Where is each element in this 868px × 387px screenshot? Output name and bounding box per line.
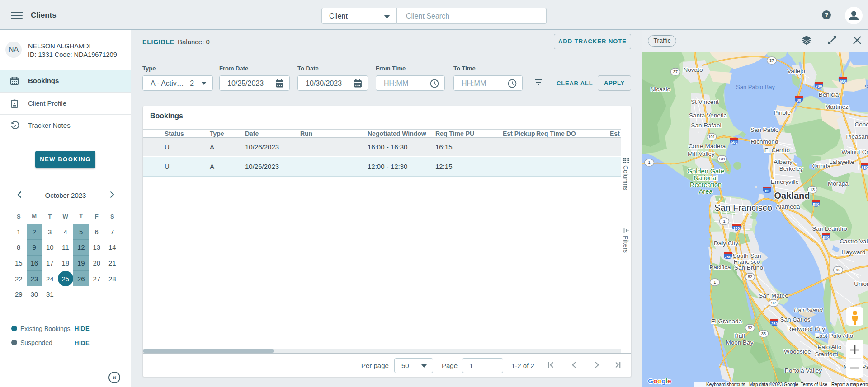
svg-text:Portola Valley: Portola Valley [785,367,822,374]
svg-text:101: 101 [708,135,715,139]
svg-text:Richmond: Richmond [751,138,778,145]
svg-text:1: 1 [648,160,650,165]
svg-text:35: 35 [761,331,766,336]
svg-text:Stanford: Stanford [815,351,838,358]
svg-text:Oakland: Oakland [774,191,810,200]
svg-text:San Pablo: San Pablo [750,126,778,133]
svg-text:Nicasio: Nicasio [651,86,670,93]
svg-text:Emeryville: Emeryville [771,178,799,185]
svg-text:San Carlos: San Carlos [780,316,811,323]
svg-text:Pleasant Hill: Pleasant Hill [846,133,868,140]
svg-text:Area: Area [699,188,713,195]
svg-text:Castro Valley: Castro Valley [840,238,868,245]
svg-text:San Pablo Bay: San Pablo Bay [736,84,775,90]
svg-text:Albany: Albany [774,159,793,165]
svg-text:Concord: Concord [854,121,868,128]
svg-text:Half: Half [734,332,745,339]
svg-text:680: 680 [840,79,847,84]
svg-text:e: e [667,377,671,385]
svg-text:Corte Madera: Corte Madera [689,143,726,149]
svg-text:Terms of Use: Terms of Use [801,382,827,387]
svg-text:92: 92 [771,301,776,305]
svg-text:San Francisco: San Francisco [714,203,772,213]
svg-text:Report a map error: Report a map error [831,382,868,387]
svg-text:Orinda: Orinda [812,163,831,169]
svg-text:St Vincent: St Vincent [691,98,719,105]
svg-text:Moraga: Moraga [828,180,849,187]
svg-text:Moon Bay: Moon Bay [726,339,754,346]
svg-text:Bair Island: Bair Island [794,307,823,313]
svg-text:San Bruno: San Bruno [734,264,763,271]
svg-text:37: 37 [769,58,774,63]
svg-text:Redwood City: Redwood City [787,326,825,332]
svg-text:Martinez: Martinez [825,103,849,110]
svg-text:Daly City: Daly City [714,240,738,247]
svg-text:East Palo Alto: East Palo Alto [815,332,853,339]
svg-text:1: 1 [723,219,725,224]
svg-text:131: 131 [718,157,725,161]
svg-text:580: 580 [813,202,820,207]
svg-text:Su: Su [864,84,868,91]
svg-text:Recreation: Recreation [690,181,722,188]
svg-text:G: G [648,377,653,385]
svg-text:92: 92 [836,268,840,272]
svg-text:Pinole: Pinole [774,109,791,116]
svg-text:680: 680 [862,165,868,170]
svg-text:Alameda: Alameda [776,203,800,210]
svg-text:Walnut Creek: Walnut Creek [841,149,868,155]
svg-text:580: 580 [731,140,738,145]
svg-text:Palo Alto: Palo Alto [817,344,841,350]
svg-text:Lafayette: Lafayette [829,159,854,165]
svg-text:Pacifica: Pacifica [709,264,731,270]
svg-text:Berkeley: Berkeley [779,165,803,172]
svg-text:Benicia: Benicia [819,91,839,98]
svg-text:San Mateo: San Mateo [759,292,788,299]
svg-text:780: 780 [816,84,822,89]
svg-text:Mill Valley: Mill Valley [688,150,715,157]
svg-text:Woodside: Woodside [784,348,811,355]
svg-text:280: 280 [771,322,778,326]
svg-text:280: 280 [725,255,731,259]
svg-text:Santa Venetia: Santa Venetia [689,112,727,119]
svg-text:Golden Gate: Golden Gate [687,168,724,175]
svg-text:Map data ©2023 Google: Map data ©2023 Google [749,382,799,387]
svg-text:80: 80 [797,98,801,103]
svg-text:92: 92 [748,326,752,330]
svg-text:San Leandro: San Leandro [812,225,847,232]
svg-text:National: National [693,174,717,182]
svg-text:El Granada: El Granada [711,318,742,325]
svg-text:San Rafael: San Rafael [691,122,722,129]
svg-text:37: 37 [673,70,678,74]
svg-text:13: 13 [810,187,815,192]
svg-text:880: 880 [823,235,830,240]
svg-text:Vallejo: Vallejo [787,68,805,75]
svg-text:Keyboard shortcuts: Keyboard shortcuts [706,382,745,387]
svg-text:Novato: Novato [684,66,703,73]
svg-text:280: 280 [733,226,740,231]
svg-text:82: 82 [748,275,752,279]
svg-text:1: 1 [713,280,716,284]
svg-text:El Cerrito: El Cerrito [764,147,790,154]
svg-text:80: 80 [765,189,769,193]
svg-text:Union: Union [854,280,868,287]
svg-text:Hayward: Hayward [841,249,865,256]
